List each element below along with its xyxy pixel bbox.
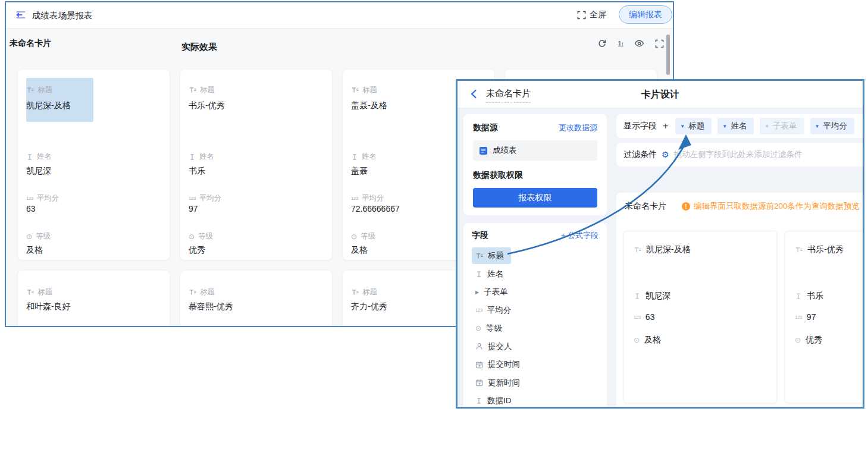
title-field-icon	[189, 86, 196, 94]
number-field-icon: 123	[795, 315, 802, 320]
refresh-icon[interactable]	[597, 39, 607, 48]
field-item-submitter[interactable]: 提交人	[472, 338, 598, 356]
preview-name-row: 凯尼深	[634, 291, 670, 302]
field-label: 123 平均分	[351, 193, 384, 203]
chevron-down-icon: ▼	[815, 124, 820, 129]
report-permission-button[interactable]: 报表权限	[473, 188, 597, 208]
fullscreen-control[interactable]: 全屏	[577, 10, 606, 20]
field-item-title[interactable]: 标题	[472, 247, 598, 265]
display-field-chip-subform[interactable]: ▼子表单	[760, 118, 804, 134]
display-field-chip-score[interactable]: ▼平均分	[810, 118, 854, 134]
grade-value: 及格	[351, 245, 368, 256]
subform-expand-icon: ▶	[475, 290, 479, 295]
record-card[interactable]: 标题 慕容熙-优秀	[180, 271, 332, 327]
datasource-name: 成绩表	[493, 145, 517, 156]
preview-warning-text: 编辑界面只取数据源前200条作为查询数据预览，实	[694, 201, 864, 212]
field-item-update-time[interactable]: 更新时间	[472, 374, 598, 393]
title-value: 和叶森-良好	[26, 302, 71, 312]
expand-icon[interactable]	[655, 39, 664, 48]
select-field-icon: ⊙	[26, 233, 32, 241]
add-display-field-button[interactable]: +	[663, 121, 668, 131]
select-field-icon: ⊙	[634, 336, 640, 344]
field-item-subform[interactable]: ▶ 子表单	[472, 283, 598, 302]
gear-icon[interactable]: ⚙	[662, 150, 669, 159]
title-value: 齐力-优秀	[351, 302, 387, 312]
calendar-icon	[475, 361, 483, 369]
title-field-icon	[634, 246, 641, 254]
field-item-score[interactable]: 123 平均分	[472, 302, 598, 320]
grade-value: 优秀	[189, 245, 205, 256]
fullscreen-brackets-icon	[577, 11, 586, 20]
text-field-icon	[634, 293, 641, 300]
record-card[interactable]: 标题 书乐-优秀 姓名 书乐 123 平均分 97 ⊙ 等级 优秀	[180, 70, 332, 260]
card-name-editable[interactable]: 未命名卡片	[486, 88, 531, 103]
vertical-scrollbar[interactable]	[666, 34, 670, 75]
title-field-icon	[475, 252, 483, 260]
text-field-icon	[475, 397, 482, 404]
name-value: 凯尼深	[26, 166, 51, 177]
filter-dropzone-placeholder[interactable]: 拖动左侧字段到此处来添加过滤条件	[674, 149, 803, 160]
eye-icon[interactable]	[634, 39, 644, 48]
number-field-icon: 123	[26, 196, 33, 201]
display-field-chip-title[interactable]: ▼标题	[675, 118, 712, 134]
preview-score-row: 123 97	[795, 312, 816, 322]
preview-card-name: 未命名卡片	[625, 201, 666, 212]
title-value: 凯尼深-及格	[26, 101, 71, 111]
datasource-panel: 数据源 更改数据源 成绩表 数据获取权限 报表权限	[463, 114, 607, 215]
title-field-icon	[351, 86, 359, 94]
design-content: 数据源 更改数据源 成绩表 数据获取权限 报表权限 字段 + 公式字段	[457, 108, 863, 407]
actual-effect-title: 实际效果	[181, 42, 217, 53]
formula-field-link[interactable]: + 公式字段	[561, 230, 598, 241]
preview-record-card[interactable]: 凯尼深-及格 凯尼深 123 63 ⊙ 及格	[623, 231, 777, 403]
field-item-grade[interactable]: ⊙ 等级	[472, 319, 598, 338]
filter-label: 过滤条件	[623, 149, 657, 160]
name-value: 书乐	[189, 166, 205, 177]
sort-icon[interactable]: 1↓	[618, 39, 623, 48]
document-icon	[479, 146, 488, 155]
field-item-submit-time[interactable]: 提交时间	[472, 356, 598, 374]
field-item-data-id[interactable]: 数据ID	[472, 392, 598, 409]
collapse-sidebar-icon[interactable]	[15, 10, 26, 22]
field-label: 姓名	[189, 152, 214, 162]
score-value: 72.66666667	[351, 204, 400, 213]
report-header: 成绩表场景报表 全屏 编辑报表	[6, 2, 673, 29]
select-field-icon: ⊙	[351, 233, 357, 241]
screenshot-stage: 成绩表场景报表 全屏 编辑报表 未命名卡片 实际效果 1↓	[0, 0, 868, 449]
record-card[interactable]: 标题 凯尼深-及格 姓名 凯尼深 123 平均分 63 ⊙ 等级 及格	[18, 70, 170, 260]
field-label: ⊙ 等级	[189, 231, 213, 241]
filter-panel: 过滤条件 ⚙ 拖动左侧字段到此处来添加过滤条件	[616, 143, 864, 167]
field-label: 123 平均分	[189, 193, 221, 203]
field-label: 标题	[189, 85, 215, 95]
select-field-icon: ⊙	[475, 324, 481, 332]
card-toolbar: 1↓	[597, 39, 664, 48]
record-card[interactable]: 标题 和叶森-良好	[18, 271, 170, 327]
fields-list: 标题 姓名 ▶ 子表单	[472, 247, 598, 409]
number-field-icon: 123	[634, 315, 641, 320]
field-label: 标题	[189, 287, 215, 297]
preview-score-row: 123 63	[634, 312, 654, 322]
field-item-name[interactable]: 姓名	[472, 265, 598, 284]
change-datasource-link[interactable]: 更改数据源	[559, 123, 597, 133]
field-label: 标题	[351, 287, 377, 297]
edit-report-button[interactable]: 编辑报表	[619, 5, 672, 24]
number-field-icon: 123	[189, 196, 196, 201]
person-icon	[475, 343, 483, 350]
fullscreen-label[interactable]: 全屏	[590, 10, 606, 20]
chevron-down-icon: ▼	[764, 124, 769, 129]
datasource-heading: 数据源	[473, 123, 498, 133]
datasource-item[interactable]: 成绩表	[473, 140, 597, 161]
preview-grade-row: ⊙ 优秀	[795, 335, 822, 346]
title-value: 慕容熙-优秀	[189, 302, 233, 312]
preview-grade-row: ⊙ 及格	[634, 335, 661, 346]
display-field-chip-name[interactable]: ▼姓名	[717, 118, 754, 134]
design-header: 卡片设计 未命名卡片	[457, 81, 863, 108]
preview-record-card[interactable]: 书乐-优秀 书乐 123 97 ⊙ 优秀	[785, 231, 864, 403]
card-preview-panel: 未命名卡片 ! 编辑界面只取数据源前200条作为查询数据预览，实 凯尼深-及格 …	[616, 193, 864, 409]
number-field-icon: 123	[475, 307, 482, 313]
preview-name-row: 书乐	[795, 291, 823, 302]
number-field-icon: 123	[351, 196, 358, 201]
field-label: ⊙ 等级	[351, 231, 375, 241]
preview-warning: ! 编辑界面只取数据源前200条作为查询数据预览，实	[682, 201, 864, 212]
field-label: 标题	[26, 85, 52, 95]
fields-heading: 字段	[472, 230, 488, 241]
